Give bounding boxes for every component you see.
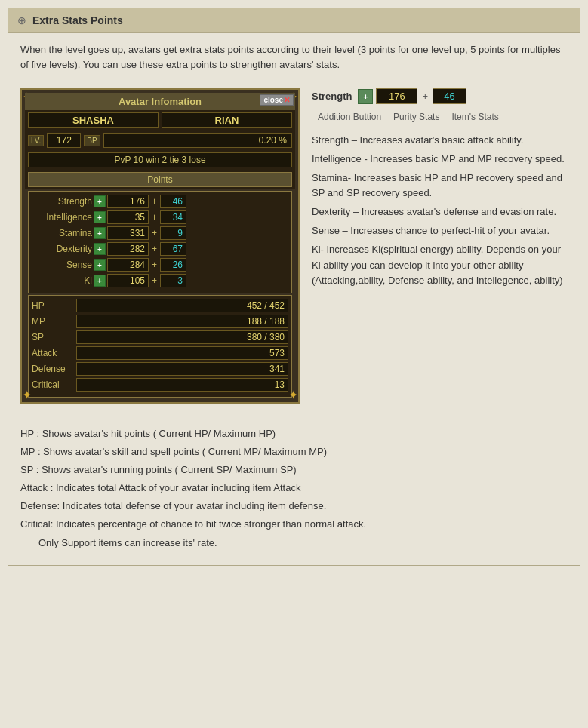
stat-label-intelligence: Intelligence — [32, 212, 92, 223]
avatar-names: SHASHA RIAN — [25, 110, 295, 131]
close-button[interactable]: close✕ — [260, 94, 294, 106]
page-title: Extra Stats Points — [32, 14, 123, 26]
stat-label-dexterity: Dexterity — [32, 244, 92, 254]
bottom-section: HP : Shows avatar's hit points ( Current… — [8, 416, 580, 565]
stat-row-strength: Strength + 176 + 46 — [32, 195, 288, 208]
stats-section: Strength + 176 + 46 Intelligence + 35 + … — [28, 191, 292, 293]
vital-value-critical: 13 — [76, 378, 288, 392]
strength-plus-sign: + — [420, 91, 429, 102]
level-row: LV. 172 BP 0.20 % — [25, 131, 295, 150]
stat-row-ki: Ki + 105 + 3 — [32, 274, 288, 287]
right-panel: Strength + 176 + 46 Addition Buttion Pur… — [312, 88, 568, 404]
vital-value-sp: 380 / 380 — [76, 330, 288, 344]
tab-purity-stats[interactable]: Purity Stats — [390, 110, 442, 124]
stat-row-stamina: Stamina + 331 + 9 — [32, 226, 288, 240]
vital-label-hp: HP — [32, 300, 73, 311]
stat-plus-sign-intelligence: + — [150, 212, 159, 223]
desc-stamina: Stamina- Increases basic HP and HP recov… — [312, 170, 568, 202]
stat-value-dexterity: 282 — [107, 242, 149, 256]
stat-plus-btn-ki[interactable]: + — [94, 275, 106, 287]
bp-value: 0.20 % — [103, 133, 292, 148]
stat-row-intelligence: Intelligence + 35 + 34 — [32, 210, 288, 224]
stat-bonus-sense: 26 — [160, 258, 186, 272]
bottom-mp-desc: MP : Shows avatar's skill and spell poin… — [20, 444, 568, 460]
avatar-name2: RIAN — [162, 112, 292, 128]
tab-addition-button[interactable]: Addition Buttion — [315, 110, 384, 124]
bottom-attack-desc: Attack : Indicates total Attack of your … — [20, 480, 568, 496]
strength-display: Strength + 176 + 46 — [312, 88, 568, 104]
stat-value-intelligence: 35 — [107, 210, 149, 224]
pvp-value: PvP 10 win 2 tie 3 lose — [28, 152, 292, 167]
pvp-row: PvP 10 win 2 tie 3 lose — [25, 150, 295, 170]
stat-bonus-intelligence: 34 — [160, 210, 186, 224]
vital-label-mp: MP — [32, 316, 73, 327]
stat-plus-sign-ki: + — [150, 275, 159, 286]
stat-value-stamina: 331 — [107, 226, 149, 240]
stat-label-stamina: Stamina — [32, 228, 92, 238]
content-area: ✦ ✦ ✦ ✦ Avatar Infomation close✕ SHASHA … — [8, 81, 580, 416]
desc-strength: Strength – Increases avatar's basic atta… — [312, 133, 568, 149]
avatar-name1: SHASHA — [28, 112, 159, 128]
stat-tabs: Addition Buttion Purity Stats Item's Sta… — [312, 110, 568, 124]
stat-value-strength: 176 — [107, 195, 149, 208]
main-container: ⊕ Extra Stats Points When the level goes… — [8, 8, 580, 566]
strength-add-button[interactable]: + — [358, 89, 373, 104]
vital-label-defense: Defense — [32, 364, 73, 374]
stat-bonus-dexterity: 67 — [160, 242, 186, 256]
stat-plus-btn-sense[interactable]: + — [94, 259, 106, 271]
points-button[interactable]: Points — [28, 172, 292, 187]
vital-value-attack: 573 — [76, 346, 288, 360]
vital-value-defense: 341 — [76, 362, 288, 376]
bottom-defense-desc: Defense: Indicates total defense of your… — [20, 498, 568, 515]
vital-row-mp: MP 188 / 188 — [32, 315, 288, 328]
stat-bonus-ki: 3 — [160, 274, 186, 287]
bottom-critical-desc: Critical: Indicates percentage of chance… — [20, 516, 568, 533]
avatar-title-bar: Avatar Infomation close✕ — [25, 93, 295, 110]
stat-row-sense: Sense + 284 + 26 — [32, 258, 288, 272]
intro-description: When the level goes up, avatars get extr… — [8, 33, 580, 81]
vital-label-critical: Critical — [32, 379, 73, 390]
level-value: 172 — [47, 133, 81, 148]
stat-plus-btn-strength[interactable]: + — [94, 195, 106, 207]
tab-items-stats[interactable]: Item's Stats — [448, 110, 501, 124]
lv-label: LV. — [28, 135, 44, 146]
corner-br-decoration: ✦ — [288, 388, 298, 402]
corner-bl-decoration: ✦ — [22, 388, 32, 402]
extra-stats-icon: ⊕ — [17, 14, 26, 26]
desc-ki: Ki- Increases Ki(spiritual energy) abili… — [312, 242, 568, 289]
close-label: close — [263, 96, 283, 104]
vital-row-defense: Defense 341 — [32, 362, 288, 376]
vital-label-attack: Attack — [32, 348, 73, 358]
stat-plus-sign-stamina: + — [150, 228, 159, 238]
avatar-panel: ✦ ✦ ✦ ✦ Avatar Infomation close✕ SHASHA … — [20, 88, 300, 404]
stat-plus-btn-dexterity[interactable]: + — [94, 243, 106, 255]
stat-row-dexterity: Dexterity + 282 + 67 — [32, 242, 288, 256]
bottom-sp-desc: SP : Shows avatar's running points ( Cur… — [20, 462, 568, 478]
stat-bonus-stamina: 9 — [160, 226, 186, 240]
stat-label-sense: Sense — [32, 260, 92, 270]
vital-value-mp: 188 / 188 — [76, 315, 288, 328]
stat-descriptions: Strength – Increases avatar's basic atta… — [312, 133, 568, 289]
vital-label-sp: SP — [32, 332, 73, 342]
stat-plus-sign-dexterity: + — [150, 244, 159, 254]
bottom-critical-note: Only Support items can increase its' rat… — [20, 535, 568, 551]
desc-dexterity: Dexterity – Increases avatar's defense a… — [312, 204, 568, 220]
strength-header-value: 176 — [376, 88, 417, 104]
vital-row-attack: Attack 573 — [32, 346, 288, 360]
desc-sense: Sense – Increases chance to perfect-hit … — [312, 223, 568, 239]
stat-plus-sign-strength: + — [150, 196, 159, 207]
stat-label-strength: Strength — [32, 196, 92, 207]
avatar-panel-title: Avatar Infomation — [119, 96, 202, 107]
stat-plus-btn-stamina[interactable]: + — [94, 227, 106, 239]
desc-intelligence: Intelligence - Increases basic MP and MP… — [312, 152, 568, 167]
vitals-section: HP 452 / 452 MP 188 / 188 SP 380 / 380 A… — [28, 295, 292, 398]
stat-plus-btn-intelligence[interactable]: + — [94, 211, 106, 223]
strength-header-label: Strength — [312, 91, 352, 102]
stat-label-ki: Ki — [32, 275, 92, 286]
bottom-text: HP : Shows avatar's hit points ( Current… — [20, 425, 568, 551]
strength-header-bonus: 46 — [433, 88, 466, 104]
stat-value-sense: 284 — [107, 258, 149, 272]
stat-bonus-strength: 46 — [160, 195, 186, 208]
close-x-icon: ✕ — [284, 96, 290, 104]
vital-row-hp: HP 452 / 452 — [32, 299, 288, 312]
